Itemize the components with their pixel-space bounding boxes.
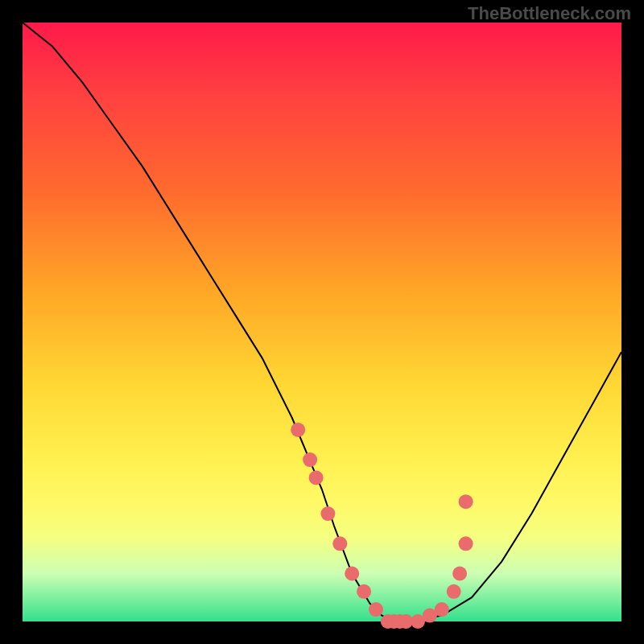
marker-dot xyxy=(332,536,347,551)
marker-dot xyxy=(435,602,449,617)
marker-dot xyxy=(309,470,324,485)
marker-dot xyxy=(459,536,473,551)
marker-dot xyxy=(447,584,461,599)
marker-dot xyxy=(357,584,371,599)
bottleneck-curve-line xyxy=(23,23,621,621)
marker-dot xyxy=(291,423,305,437)
marker-dot xyxy=(320,506,335,521)
marker-dot xyxy=(303,452,317,467)
marker-dot xyxy=(459,494,473,509)
chart-overlay xyxy=(23,23,621,621)
marker-dot xyxy=(345,567,359,581)
marker-dot xyxy=(369,602,383,617)
watermark-text: TheBottleneck.com xyxy=(468,3,631,24)
highlight-markers xyxy=(291,423,473,629)
marker-dot xyxy=(452,567,467,581)
